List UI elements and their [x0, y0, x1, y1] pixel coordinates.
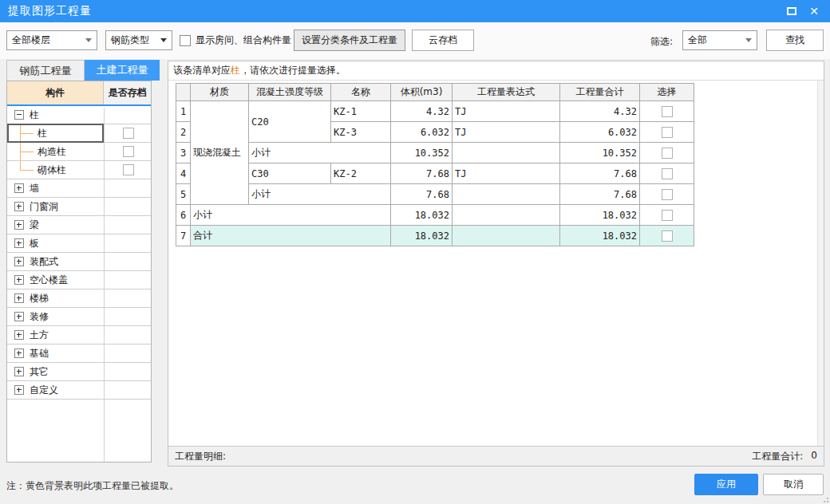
col-name: 名称	[331, 84, 391, 101]
expand-icon[interactable]	[14, 293, 24, 303]
component-tree-panel: 构件 是否存档 柱 柱 构造柱 砌体柱 墙 门窗洞 梁 板	[6, 81, 152, 463]
toolbar: 全部楼层 钢筋类型 显示房间、组合构件量 设置分类条件及工程量 云存档 筛选: …	[0, 22, 830, 59]
table-header-row: 材质 混凝土强度等级 名称 体积(m3) 工程量表达式 工程量合计 选择	[176, 84, 694, 101]
table-row: 4 C30 KZ-2 7.68 TJ 7.68	[176, 163, 694, 184]
tree-item-earthwork[interactable]: 土方	[7, 326, 151, 345]
expand-icon[interactable]	[14, 275, 24, 285]
archive-checkbox[interactable]	[123, 146, 134, 157]
rebar-type-dropdown[interactable]: 钢筋类型	[105, 30, 172, 50]
find-button[interactable]: 查找	[766, 30, 824, 51]
tree-item-slab[interactable]: 板	[7, 234, 151, 253]
maximize-icon[interactable]	[787, 7, 796, 15]
table-row-grand-total: 7 合计 18.032 18.032	[176, 226, 694, 246]
row-select-checkbox[interactable]	[662, 168, 673, 179]
col-grade: 混凝土强度等级	[249, 84, 331, 101]
scrollbar-track[interactable]	[817, 81, 824, 446]
tree-item-custom[interactable]: 自定义	[7, 381, 151, 400]
material-cell: 现浇混凝土	[191, 101, 249, 205]
col-expression: 工程量表达式	[453, 84, 560, 101]
archive-checkbox[interactable]	[123, 128, 134, 139]
show-rooms-label: 显示房间、组合构件量	[196, 33, 291, 47]
row-select-checkbox[interactable]	[662, 230, 673, 242]
tree-item-decoration[interactable]: 装修	[7, 308, 151, 326]
tree-item-other[interactable]: 其它	[7, 363, 151, 381]
expand-icon[interactable]	[14, 367, 24, 376]
expand-icon[interactable]	[14, 257, 24, 266]
tree-connector	[20, 133, 34, 134]
chevron-down-icon	[160, 38, 167, 42]
tree-item-stairs[interactable]: 楼梯	[7, 289, 151, 308]
grade-cell: C30	[249, 163, 331, 184]
expand-icon[interactable]	[14, 183, 24, 193]
col-material: 材质	[191, 84, 249, 101]
chevron-down-icon	[85, 38, 92, 42]
expand-icon[interactable]	[14, 385, 24, 395]
detail-label: 工程量明细:	[175, 450, 226, 463]
quantity-table: 材质 混凝土强度等级 名称 体积(m3) 工程量表达式 工程量合计 选择 1 现…	[176, 83, 694, 246]
tree-item-door-window[interactable]: 门窗洞	[7, 198, 151, 216]
row-select-checkbox[interactable]	[662, 189, 673, 200]
tree-item-column-parent[interactable]: 柱	[7, 106, 151, 124]
col-volume: 体积(m3)	[391, 84, 453, 101]
row-select-checkbox[interactable]	[662, 127, 673, 138]
total-label: 工程量合计:	[752, 450, 803, 463]
table-row-subtotal: 3 小计 10.352 10.352	[176, 143, 694, 163]
column-header-archived: 是否存档	[104, 81, 151, 104]
row-select-checkbox[interactable]	[662, 148, 673, 159]
yellow-background-note: 注：黄色背景表明此项工程量已被提取。	[6, 479, 179, 493]
table-row-subtotal: 6 小计 18.032 18.032	[176, 205, 694, 226]
tree-connector	[20, 161, 21, 170]
filter-label: 筛选:	[650, 35, 673, 49]
tree-item-prefab[interactable]: 装配式	[7, 253, 151, 271]
rebar-type-dropdown-value: 钢筋类型	[111, 33, 149, 47]
quantity-detail-bar: 工程量明细: 工程量合计: 0	[168, 446, 824, 466]
tree-item-wall[interactable]: 墙	[7, 179, 151, 198]
cancel-button[interactable]: 取消	[763, 474, 824, 495]
tab-civil-quantity[interactable]: 土建工程量	[85, 60, 160, 81]
tree-item-masonry-column[interactable]: 砌体柱	[7, 161, 151, 179]
quantity-panel: 该条清单对应柱，请依次进行提量选择。 材质 混凝土强度等级 名称 体积(m3) …	[168, 61, 824, 467]
grade-cell: C20	[249, 101, 331, 143]
filter-dropdown[interactable]: 全部	[682, 30, 757, 50]
notice-text: 该条清单对应柱，请依次进行提量选择。	[168, 61, 824, 81]
total-value: 0	[811, 450, 817, 463]
expand-icon[interactable]	[14, 348, 24, 358]
expand-icon[interactable]	[14, 312, 24, 321]
table-row-subtotal: 5 小计 7.68 7.68	[176, 184, 694, 205]
floor-dropdown[interactable]: 全部楼层	[6, 30, 97, 50]
expand-icon[interactable]	[14, 330, 24, 340]
tab-rebar-quantity[interactable]: 钢筋工程量	[6, 60, 85, 81]
tree-item-column[interactable]: 柱	[7, 124, 151, 143]
title-bar: 提取图形工程量 ✕	[0, 0, 830, 22]
collapse-icon[interactable]	[14, 110, 24, 120]
col-total: 工程量合计	[560, 84, 640, 101]
expand-icon[interactable]	[14, 202, 24, 211]
expand-icon[interactable]	[14, 238, 24, 248]
close-icon[interactable]: ✕	[809, 6, 819, 17]
set-classification-button[interactable]: 设置分类条件及工程量	[294, 30, 405, 51]
tree-item-beam[interactable]: 梁	[7, 216, 151, 234]
floor-dropdown-value: 全部楼层	[12, 33, 50, 47]
resize-grip-icon[interactable]	[820, 494, 828, 502]
chevron-down-icon	[745, 38, 752, 42]
row-select-checkbox[interactable]	[662, 210, 673, 221]
tree-connector	[20, 170, 34, 171]
show-rooms-checkbox[interactable]	[180, 35, 191, 46]
table-row: 1 现浇混凝土 C20 KZ-1 4.32 TJ 4.32	[176, 101, 694, 122]
column-header-component: 构件	[7, 81, 104, 104]
tree-item-constructional-column[interactable]: 构造柱	[7, 143, 151, 161]
tree-item-foundation[interactable]: 基础	[7, 345, 151, 363]
archive-checkbox[interactable]	[123, 164, 134, 175]
tree-connector	[20, 152, 34, 152]
tree-item-hollow-floor[interactable]: 空心楼盖	[7, 271, 151, 289]
apply-button[interactable]: 应用	[694, 474, 758, 495]
tree-header-row: 构件 是否存档	[7, 81, 151, 106]
col-rownum	[176, 84, 191, 101]
notice-highlight: 柱	[231, 64, 240, 77]
filter-dropdown-value: 全部	[688, 33, 707, 47]
expand-icon[interactable]	[14, 220, 24, 230]
col-select: 选择	[640, 84, 694, 101]
row-select-checkbox[interactable]	[662, 106, 673, 117]
window-title: 提取图形工程量	[8, 4, 92, 18]
cloud-archive-button[interactable]: 云存档	[412, 30, 474, 51]
